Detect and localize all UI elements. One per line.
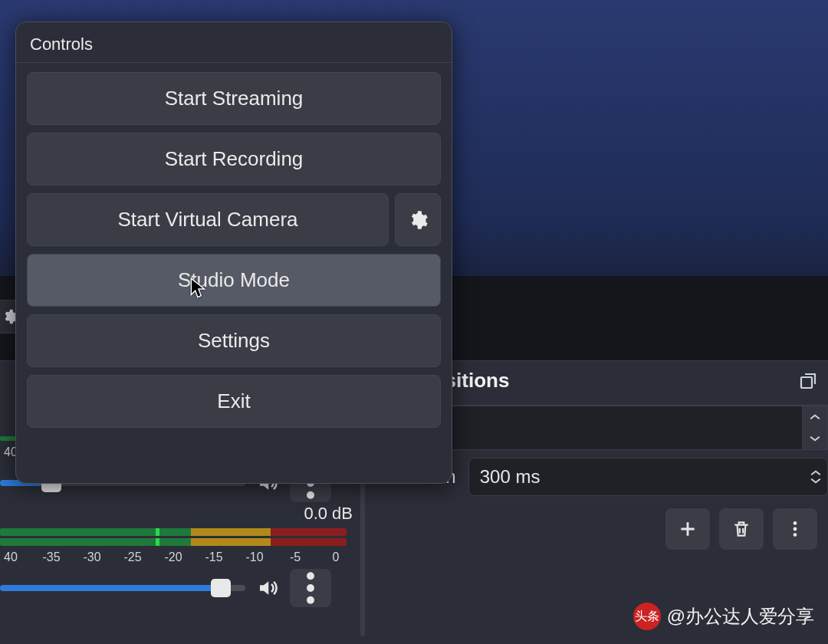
- chevron-up-icon[interactable]: [804, 469, 827, 477]
- svg-point-2: [794, 527, 797, 531]
- svg-rect-0: [801, 377, 812, 388]
- transition-options-button[interactable]: [773, 508, 817, 550]
- studio-mode-button[interactable]: Studio Mode: [27, 254, 441, 307]
- svg-point-7: [307, 572, 314, 580]
- popout-icon[interactable]: [799, 372, 817, 390]
- chevron-down-icon[interactable]: [803, 428, 827, 449]
- db-scale: 40-35-30-25-20-15-10-50: [0, 550, 347, 564]
- start-virtual-camera-button[interactable]: Start Virtual Camera: [27, 193, 389, 246]
- watermark: 头条 @办公达人爱分享: [633, 603, 814, 630]
- chevron-up-icon[interactable]: [803, 406, 827, 428]
- delete-transition-button[interactable]: [719, 508, 764, 550]
- watermark-text: @办公达人爱分享: [667, 604, 814, 629]
- chevron-down-icon[interactable]: [804, 477, 827, 485]
- start-streaming-button[interactable]: Start Streaming: [27, 72, 441, 125]
- svg-point-9: [307, 596, 314, 604]
- add-transition-button[interactable]: [665, 508, 710, 550]
- svg-point-1: [794, 521, 797, 525]
- svg-point-8: [307, 584, 314, 592]
- start-recording-button[interactable]: Start Recording: [27, 133, 441, 186]
- speaker-icon[interactable]: [256, 577, 279, 600]
- controls-panel: Controls Start Streaming Start Recording…: [15, 21, 452, 484]
- db-readout: 0.0 dB: [304, 504, 353, 524]
- svg-point-3: [794, 533, 797, 537]
- audio-meter: [0, 528, 347, 536]
- svg-point-6: [307, 491, 314, 499]
- controls-panel-title: Controls: [16, 22, 452, 63]
- exit-button[interactable]: Exit: [27, 375, 441, 428]
- virtual-camera-settings-button[interactable]: [395, 193, 441, 246]
- duration-field[interactable]: 300 ms: [468, 458, 828, 496]
- volume-slider[interactable]: [0, 585, 245, 591]
- audio-meter: [0, 538, 347, 546]
- channel-options-button[interactable]: [290, 569, 331, 607]
- transition-select-stepper: [802, 406, 828, 450]
- duration-value: 300 ms: [480, 466, 540, 488]
- settings-button[interactable]: Settings: [27, 314, 441, 367]
- watermark-logo-icon: 头条: [633, 603, 661, 630]
